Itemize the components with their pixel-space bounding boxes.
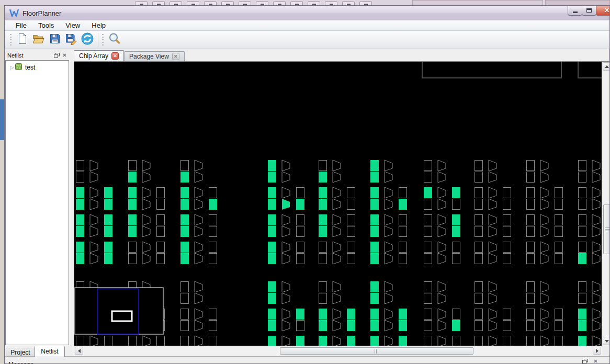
- cell-empty[interactable]: [424, 336, 432, 346]
- cell-filled[interactable]: [180, 214, 189, 225]
- chip-array-canvas[interactable]: [74, 62, 602, 346]
- cell-filled[interactable]: [319, 187, 327, 198]
- cell-empty[interactable]: [347, 242, 355, 253]
- cell-empty[interactable]: [297, 321, 304, 331]
- cell-empty[interactable]: [424, 226, 432, 237]
- pin-flag-empty[interactable]: [385, 187, 392, 198]
- cell-empty[interactable]: [209, 242, 217, 253]
- dock-close-icon[interactable]: ✕: [61, 52, 68, 59]
- cell-filled[interactable]: [180, 253, 189, 264]
- horizontal-scroll-thumb[interactable]: [280, 347, 473, 355]
- cell-empty[interactable]: [475, 226, 483, 237]
- cell-filled[interactable]: [76, 214, 84, 225]
- cell-filled[interactable]: [399, 320, 407, 331]
- cell-empty[interactable]: [399, 242, 407, 253]
- cell-empty[interactable]: [475, 254, 483, 264]
- cell-empty[interactable]: [555, 309, 563, 320]
- pin-flag-empty[interactable]: [592, 253, 600, 264]
- pin-flag-empty[interactable]: [385, 281, 392, 292]
- cell-empty[interactable]: [424, 215, 432, 225]
- cell-empty[interactable]: [209, 215, 217, 225]
- close-button[interactable]: ✕: [596, 6, 610, 16]
- cell-empty[interactable]: [475, 172, 483, 183]
- cell-filled[interactable]: [180, 226, 189, 237]
- pin-flag-empty[interactable]: [90, 160, 98, 171]
- pin-flag-empty[interactable]: [385, 242, 392, 253]
- cell-filled[interactable]: [370, 253, 379, 264]
- cell-filled[interactable]: [268, 336, 276, 346]
- pin-flag-empty[interactable]: [540, 309, 548, 320]
- cell-empty[interactable]: [157, 199, 165, 210]
- pin-flag-empty[interactable]: [438, 253, 446, 264]
- pin-flag-empty[interactable]: [438, 320, 446, 331]
- cell-empty[interactable]: [347, 188, 355, 198]
- cell-filled[interactable]: [268, 309, 276, 320]
- pin-flag-empty[interactable]: [540, 226, 548, 237]
- chip-outline[interactable]: [578, 62, 602, 78]
- cell-filled[interactable]: [370, 242, 379, 253]
- cell-filled[interactable]: [76, 199, 84, 210]
- pin-flag-empty[interactable]: [90, 336, 98, 346]
- pin-flag-empty[interactable]: [195, 242, 202, 253]
- cell-empty[interactable]: [181, 161, 189, 171]
- pin-flag-empty[interactable]: [142, 160, 150, 171]
- cell-empty[interactable]: [347, 254, 355, 264]
- cell-empty[interactable]: [399, 226, 407, 237]
- pin-flag-empty[interactable]: [195, 320, 202, 331]
- cell-filled[interactable]: [104, 199, 112, 210]
- cell-empty[interactable]: [297, 215, 304, 225]
- cell-empty[interactable]: [527, 242, 535, 253]
- cell-filled[interactable]: [399, 309, 407, 320]
- cell-filled[interactable]: [319, 226, 327, 237]
- cell-filled[interactable]: [268, 160, 276, 171]
- cell-empty[interactable]: [347, 199, 355, 210]
- cell-filled[interactable]: [370, 336, 379, 346]
- cell-filled[interactable]: [319, 214, 327, 225]
- cell-empty[interactable]: [453, 254, 460, 264]
- cell-empty[interactable]: [157, 336, 165, 346]
- pin-flag-empty[interactable]: [282, 242, 290, 253]
- pin-flag-empty[interactable]: [282, 320, 290, 331]
- cell-empty[interactable]: [503, 199, 511, 210]
- cell-empty[interactable]: [181, 321, 189, 331]
- cell-filled[interactable]: [370, 320, 379, 331]
- cell-empty[interactable]: [157, 254, 165, 264]
- scroll-down-button[interactable]: [603, 337, 610, 345]
- cell-filled[interactable]: [268, 199, 276, 210]
- toolbar-grip[interactable]: [102, 34, 104, 46]
- cell-empty[interactable]: [209, 309, 217, 320]
- minimize-button[interactable]: [568, 6, 582, 16]
- cell-empty[interactable]: [319, 242, 327, 253]
- cell-empty[interactable]: [129, 254, 137, 264]
- cell-filled[interactable]: [347, 320, 355, 331]
- cell-filled[interactable]: [128, 187, 137, 198]
- dock-close-icon[interactable]: ✕: [592, 358, 599, 364]
- pin-flag-empty[interactable]: [489, 214, 496, 225]
- cell-empty[interactable]: [475, 188, 483, 198]
- toolbar-open-button[interactable]: [30, 32, 47, 48]
- cell-empty[interactable]: [527, 199, 535, 210]
- cell-empty[interactable]: [76, 336, 84, 346]
- cell-filled[interactable]: [76, 253, 84, 264]
- toolbar-zoom-button[interactable]: [106, 32, 122, 48]
- menu-file[interactable]: File: [10, 20, 32, 31]
- pin-flag-empty[interactable]: [540, 214, 548, 225]
- pin-flag-empty[interactable]: [489, 242, 496, 253]
- pin-flag-empty[interactable]: [333, 309, 341, 320]
- pin-flag-empty[interactable]: [592, 172, 600, 183]
- dock-float-icon[interactable]: [53, 52, 60, 59]
- cell-empty[interactable]: [579, 226, 586, 237]
- pin-flag-empty[interactable]: [195, 199, 202, 210]
- pin-flag-empty[interactable]: [90, 242, 98, 253]
- pin-flag-empty[interactable]: [385, 226, 392, 237]
- cell-empty[interactable]: [475, 336, 483, 346]
- cell-empty[interactable]: [209, 254, 217, 264]
- pin-flag-empty[interactable]: [592, 160, 600, 171]
- pin-flag-empty[interactable]: [592, 187, 600, 198]
- pin-flag-empty[interactable]: [592, 293, 600, 304]
- pin-flag-empty[interactable]: [282, 172, 290, 183]
- cell-filled[interactable]: [399, 336, 407, 346]
- cell-filled[interactable]: [128, 226, 137, 237]
- pin-flag-empty[interactable]: [438, 226, 446, 237]
- pin-flag-empty[interactable]: [592, 309, 600, 320]
